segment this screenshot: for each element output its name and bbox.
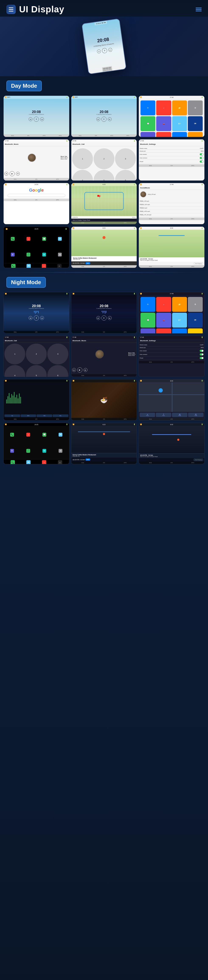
app-browser[interactable]: 🌐 <box>172 132 187 137</box>
google-search-bar[interactable] <box>8 194 65 197</box>
app-camera[interactable]: 📷 <box>188 132 203 137</box>
night-app-settings[interactable]: ⚙ <box>188 297 203 312</box>
night-play-2[interactable]: ⏸ <box>101 315 107 321</box>
dock-maps[interactable]: 🗺 <box>27 264 31 268</box>
app-files[interactable]: 📁 <box>172 100 187 115</box>
nav-go-button[interactable]: GO <box>85 262 90 264</box>
prev-btn-2[interactable]: ⏮ <box>96 117 100 121</box>
night-cp-podcast[interactable]: 🎙 <box>5 443 20 458</box>
dial-6[interactable]: 6 <box>115 170 136 180</box>
night-app-carplay[interactable]: 🚗 <box>156 313 171 328</box>
file-item-2[interactable]: 华东站2_HIT.mp3 <box>140 203 203 207</box>
dock-music[interactable]: ♪ <box>42 264 46 268</box>
night-go-button[interactable]: GO <box>85 458 90 461</box>
night-next-1[interactable]: ⏭ <box>40 316 44 320</box>
dock-home[interactable]: ⌂ <box>57 264 61 268</box>
dial-5[interactable]: 5 <box>94 170 114 180</box>
n-dial-2[interactable]: 2 <box>26 344 47 364</box>
menu-icon[interactable] <box>6 5 16 14</box>
dock-phone[interactable]: 📞 <box>11 264 16 268</box>
hero-prev-btn[interactable]: ⏮ <box>97 49 101 53</box>
app-bt[interactable]: BT <box>172 116 187 131</box>
night-cp-messages[interactable]: 💬 <box>37 427 52 442</box>
play-btn-2[interactable]: ⏸ <box>101 117 107 122</box>
night-cp-settings[interactable]: ⚙ <box>53 443 68 458</box>
file-item-5[interactable]: 华东站_HIT_03.mp3 <box>140 213 203 217</box>
carplay-maps[interactable]: 🗺 <box>52 231 68 247</box>
night-app-whatsapp[interactable]: 💬 <box>140 328 155 333</box>
prev-btn[interactable]: ⏮ <box>28 117 33 121</box>
night-app-wechat[interactable]: 💬 <box>140 313 155 328</box>
bt-prev[interactable]: ⏮ <box>5 172 8 176</box>
night-app-snapchat[interactable]: 👻 <box>188 328 203 333</box>
app-nav[interactable]: 🗺 <box>188 116 203 131</box>
night-app-youtube[interactable]: ▶ <box>156 328 171 333</box>
app-youtube[interactable]: ▶ <box>156 132 171 137</box>
n-dial-3[interactable]: 3 <box>47 344 68 364</box>
night-cp-spotify[interactable]: 🎵 <box>20 443 36 458</box>
dial-2[interactable]: 2 <box>94 148 114 169</box>
night-nav-btn-2[interactable]: ▼VOL <box>156 413 171 417</box>
func-btn-2[interactable]: BAS <box>20 414 36 417</box>
night-app-browser[interactable]: 🌐 <box>172 328 187 333</box>
auto-connect-toggle[interactable] <box>200 157 203 159</box>
night-app-music[interactable]: ♪ <box>156 297 171 312</box>
night-bt-prev[interactable]: ⏮ <box>72 368 76 372</box>
carplay-podcast[interactable]: 🎙 <box>5 247 20 262</box>
auto-answer-toggle[interactable] <box>200 153 203 155</box>
night-dock-home[interactable]: ⌂ <box>58 460 62 464</box>
hero-next-btn[interactable]: ⏭ <box>108 48 112 52</box>
night-cp-waze[interactable]: W <box>37 443 52 458</box>
night-cp-maps[interactable]: 🗺 <box>53 427 68 442</box>
night-next-2[interactable]: ⏭ <box>108 316 112 320</box>
bt-next[interactable]: ⏭ <box>16 172 20 176</box>
carplay-messages[interactable]: 💬 <box>37 231 52 247</box>
file-item-1[interactable]: 华东站_HIT.mp3 <box>140 200 203 203</box>
night-app-telegram[interactable]: ✈ <box>140 297 155 312</box>
night-app-nav[interactable]: 🗺 <box>188 313 203 328</box>
n-dial-6[interactable]: 6 <box>47 365 68 377</box>
nav-icon[interactable] <box>196 8 202 11</box>
app-music[interactable]: ♪ <box>156 100 171 115</box>
next-btn[interactable]: ⏭ <box>40 117 44 121</box>
night-nav-btn-3[interactable]: ⏮TRK <box>172 413 188 417</box>
night-dock-phone[interactable]: 📞 <box>11 460 15 464</box>
func-btn-3[interactable]: TRE <box>36 414 52 417</box>
night-nav-btn-4[interactable]: ⏭TRK <box>188 413 203 417</box>
night-bt-play[interactable]: ▶ <box>77 368 82 372</box>
night-auto-connect-toggle[interactable] <box>200 353 203 355</box>
dial-3[interactable]: 3 <box>115 148 136 169</box>
n-dial-5[interactable]: 5 <box>26 365 47 377</box>
carplay-waze[interactable]: W <box>37 247 52 262</box>
power-toggle[interactable] <box>200 161 203 162</box>
app-wechat[interactable]: 💬 <box>140 132 155 137</box>
night-nav-btn-1[interactable]: ▲VOL <box>140 413 155 417</box>
night-prev-2[interactable]: ⏮ <box>96 316 100 320</box>
night-dock-maps[interactable]: 🗺 <box>26 460 31 464</box>
func-btn-4[interactable]: VOL <box>53 414 68 417</box>
night-app-files[interactable]: 📁 <box>172 297 187 312</box>
carplay-music[interactable]: ♪ <box>21 231 36 247</box>
night-bt-next[interactable]: ⏭ <box>84 368 87 372</box>
app-telegram[interactable]: ✈ <box>140 100 155 115</box>
carplay-phone[interactable]: 📞 <box>5 231 20 247</box>
dial-4[interactable]: 4 <box>72 170 93 180</box>
app-whatsapp[interactable]: 💬 <box>140 116 155 131</box>
dial-1[interactable]: 1 <box>72 148 93 169</box>
carplay-settings[interactable]: ⚙ <box>52 247 68 262</box>
next-btn-2[interactable]: ⏭ <box>108 117 112 121</box>
app-carplay[interactable]: 🚗 <box>156 116 171 131</box>
file-item-3[interactable]: 华东站3.mp3 <box>140 207 203 210</box>
bt-play[interactable]: ▶ <box>9 171 15 176</box>
night-cp-phone[interactable]: 📞 <box>5 427 20 442</box>
play-btn[interactable]: ⏸ <box>34 117 39 122</box>
night-auto-answer-toggle[interactable] <box>200 350 203 352</box>
func-btn-1[interactable]: EQ <box>5 414 20 417</box>
n-dial-4[interactable]: 4 <box>5 365 25 377</box>
hero-play-btn[interactable]: ⏸ <box>102 48 107 53</box>
night-power-toggle[interactable] <box>200 357 203 359</box>
night-play-1[interactable]: ⏸ <box>34 315 39 321</box>
night-prev-1[interactable]: ⏮ <box>28 316 33 320</box>
file-item-4[interactable]: 华东站_HIT2.mp3 <box>140 210 203 213</box>
carplay-spotify[interactable]: 🎵 <box>21 247 36 262</box>
